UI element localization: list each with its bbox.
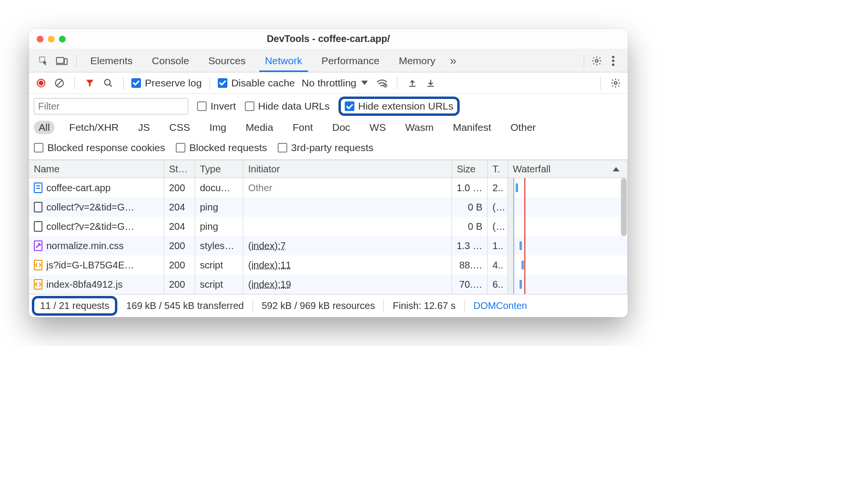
- invert-checkbox[interactable]: Invert: [197, 100, 236, 112]
- panel-tabs: ElementsConsoleSourcesNetworkPerformance…: [81, 49, 445, 72]
- initiator-link[interactable]: (index):11: [248, 260, 291, 271]
- status-cell: 204: [164, 217, 195, 236]
- settings-gear-icon[interactable]: [589, 53, 605, 69]
- time-cell: (…: [488, 217, 508, 236]
- scrollbar-thumb[interactable]: [621, 178, 627, 236]
- upload-har-icon[interactable]: [405, 76, 420, 90]
- script-file-icon: [34, 279, 42, 290]
- clear-icon[interactable]: [52, 76, 67, 90]
- col-waterfall-header[interactable]: Waterfall: [508, 160, 628, 178]
- status-cell: 200: [164, 178, 195, 197]
- initiator-cell: (index):19: [243, 275, 452, 294]
- waterfall-cell: [508, 178, 628, 197]
- size-cell: 88.…: [452, 255, 488, 275]
- size-cell: 0 B: [452, 217, 488, 236]
- separator: [584, 55, 584, 67]
- svg-rect-3: [64, 58, 67, 64]
- type-filter-js[interactable]: JS: [133, 121, 155, 134]
- checkbox-icon: [218, 78, 227, 88]
- type-filter-img[interactable]: Img: [205, 121, 231, 134]
- network-conditions-icon[interactable]: [375, 76, 389, 90]
- col-status-header[interactable]: St…: [164, 160, 195, 178]
- disable-cache-checkbox[interactable]: Disable cache: [218, 77, 295, 89]
- request-row[interactable]: normalize.min.css200styles…(index):71.3 …: [29, 236, 628, 255]
- tab-elements[interactable]: Elements: [81, 49, 142, 72]
- preserve-log-checkbox[interactable]: Preserve log: [131, 77, 202, 89]
- tab-performance[interactable]: Performance: [312, 49, 389, 72]
- hide-extension-urls-highlight: Hide extension URLs: [338, 97, 460, 116]
- col-type-header[interactable]: Type: [195, 160, 243, 178]
- filter-input[interactable]: [34, 98, 188, 114]
- download-har-icon[interactable]: [423, 76, 438, 90]
- col-size-header[interactable]: Size: [452, 160, 488, 178]
- request-name: index-8bfa4912.js: [46, 279, 123, 290]
- generic-file-icon: [34, 202, 42, 212]
- more-tabs-button[interactable]: »: [445, 54, 461, 68]
- third-party-requests-checkbox[interactable]: 3rd-party requests: [278, 142, 373, 154]
- request-row[interactable]: coffee-cart.app200docu…Other1.0 …2..: [29, 178, 628, 197]
- type-filter-wasm[interactable]: Wasm: [400, 121, 438, 134]
- type-filter-css[interactable]: CSS: [165, 121, 195, 134]
- hide-extension-urls-checkbox[interactable]: Hide extension URLs: [345, 100, 453, 112]
- initiator-link[interactable]: (index):19: [248, 279, 291, 290]
- svg-point-10: [105, 79, 111, 85]
- network-settings-gear-icon[interactable]: [608, 76, 623, 90]
- initiator-link[interactable]: (index):7: [248, 240, 286, 252]
- status-cell: 200: [164, 275, 195, 294]
- inspect-element-icon[interactable]: [36, 53, 51, 69]
- type-filter-fetchxhr[interactable]: Fetch/XHR: [64, 121, 124, 134]
- type-cell: styles…: [195, 236, 243, 255]
- blocked-requests-checkbox[interactable]: Blocked requests: [176, 142, 267, 154]
- filter-icon[interactable]: [83, 76, 97, 90]
- minimize-window-button[interactable]: [48, 36, 55, 42]
- invert-label: Invert: [211, 100, 236, 112]
- network-toolbar: Preserve log Disable cache No throttling: [29, 72, 628, 94]
- document-file-icon: [34, 182, 42, 193]
- css-file-icon: [34, 240, 42, 251]
- request-row[interactable]: collect?v=2&tid=G…204ping0 B(…: [29, 217, 628, 236]
- initiator-cell: (index):11: [243, 255, 452, 275]
- type-cell: ping: [195, 197, 243, 217]
- type-filter-font[interactable]: Font: [288, 121, 318, 134]
- type-filter-all[interactable]: All: [34, 121, 55, 134]
- svg-line-9: [57, 80, 62, 85]
- separator: [74, 77, 75, 89]
- type-filter-other[interactable]: Other: [506, 121, 541, 134]
- type-filter-media[interactable]: Media: [241, 121, 278, 134]
- type-filter-doc[interactable]: Doc: [327, 121, 355, 134]
- tab-memory[interactable]: Memory: [389, 49, 445, 72]
- throttling-select[interactable]: No throttling: [299, 77, 371, 89]
- request-name: coffee-cart.app: [46, 182, 111, 194]
- tab-network[interactable]: Network: [255, 49, 312, 72]
- tab-console[interactable]: Console: [142, 49, 199, 72]
- request-row[interactable]: js?id=G-LB75G4E…200script(index):1188.…4…: [29, 255, 628, 275]
- type-cell: docu…: [195, 178, 243, 197]
- separator: [76, 55, 77, 67]
- request-name: collect?v=2&tid=G…: [46, 202, 134, 213]
- type-filter-manifest[interactable]: Manifest: [448, 121, 496, 134]
- request-row[interactable]: index-8bfa4912.js200script(index):1970.……: [29, 275, 628, 294]
- request-row[interactable]: collect?v=2&tid=G…204ping0 B(…: [29, 197, 628, 217]
- tab-sources[interactable]: Sources: [199, 49, 255, 72]
- close-window-button[interactable]: [37, 36, 43, 42]
- type-cell: ping: [195, 217, 243, 236]
- svg-point-7: [612, 63, 615, 66]
- col-initiator-header[interactable]: Initiator: [243, 160, 452, 178]
- waterfall-label: Waterfall: [513, 164, 550, 175]
- sort-ascending-icon: [613, 167, 619, 171]
- kebab-menu-icon[interactable]: [605, 53, 621, 69]
- checkbox-icon: [197, 101, 207, 111]
- time-cell: 6..: [488, 275, 508, 294]
- type-filter-ws[interactable]: WS: [365, 121, 391, 134]
- checkbox-icon: [131, 78, 141, 88]
- search-icon[interactable]: [101, 76, 115, 90]
- hide-data-urls-checkbox[interactable]: Hide data URLs: [245, 100, 330, 112]
- throttling-label: No throttling: [302, 77, 356, 89]
- record-button[interactable]: [34, 76, 48, 90]
- col-time-header[interactable]: T.: [488, 160, 508, 178]
- col-name-header[interactable]: Name: [29, 160, 164, 178]
- maximize-window-button[interactable]: [59, 36, 66, 42]
- checkbox-icon: [245, 101, 254, 111]
- device-toolbar-icon[interactable]: [54, 53, 70, 69]
- blocked-response-cookies-checkbox[interactable]: Blocked response cookies: [34, 142, 165, 154]
